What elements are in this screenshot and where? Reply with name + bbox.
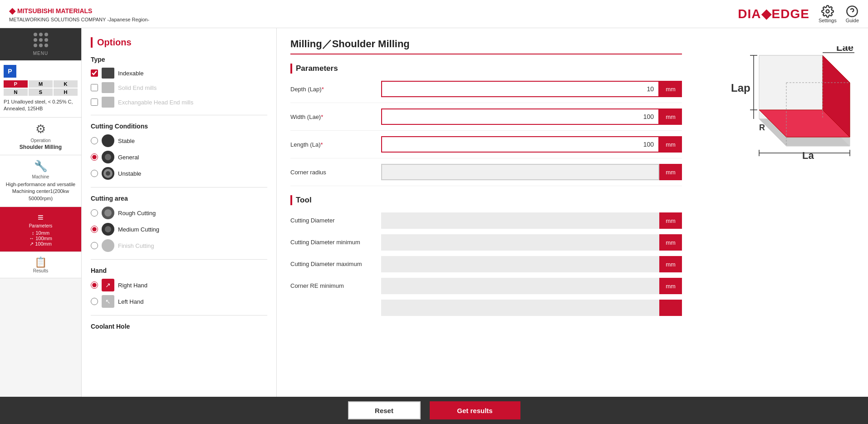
cutting-diameter-max-row: Cutting Diameter maximum mm [290,256,682,272]
finish-cutting-option[interactable]: Finish Cutting [91,239,267,252]
dot [39,38,43,42]
indexable-option[interactable]: Indexable [91,68,267,79]
edge-text: EDGE [772,7,809,21]
cutting-diameter-min-label: Cutting Diameter minimum [290,239,381,247]
main-content: Milling／Shoulder Milling Parameters Dept… [277,28,696,397]
right-hand-icon: ↗ [102,279,114,291]
cutting-diameter-input-group: mm [381,212,682,229]
rough-cutting-radio[interactable] [91,209,98,217]
dot [44,33,48,36]
operation-label: Operation [31,138,51,143]
parameters-header: Parameters [290,64,682,74]
cutting-diameter-unit: mm [659,212,682,229]
sidebar-item-results[interactable]: 📋 Results [0,252,81,278]
settings-button[interactable]: Settings [819,5,837,23]
diagram-area: Lae Lap La R [696,28,868,397]
exchangeable-head-option[interactable]: Exchangable Head End mills [91,97,267,108]
indexable-checkbox[interactable] [91,69,98,77]
extra-unit [659,300,682,316]
section-bar [290,64,292,74]
length-input-group: mm [381,136,682,153]
stable-label: Stable [118,138,135,144]
sidebar-item-machine[interactable]: 🔧 Machine High-performance and versatile… [0,155,81,207]
material-name: P1 Unalloyed steel, < 0.25% C, Annealed,… [4,99,78,113]
cutting-diameter-max-input[interactable] [381,256,659,272]
operation-icon: ⚙ [35,122,46,136]
footer: Reset Get results [0,397,868,424]
corner-radius-label: Corner radius [290,169,381,176]
stable-radio[interactable] [91,137,98,144]
mitsubishi-diamond: ◆ [9,6,15,16]
header-subtitle: METALWORKING SOLUTIONS COMPANY -Japanese… [9,17,149,22]
depth-required: * [322,86,324,93]
length-input[interactable] [381,136,659,153]
solid-end-mills-checkbox[interactable] [91,84,98,91]
width-row: Width (Lae)* mm [290,108,682,131]
options-panel: ‹ Options Type Indexable Solid End mills… [82,28,277,397]
general-radio[interactable] [91,153,98,161]
tool-section-bar [290,195,292,205]
exchangeable-head-icon [102,97,114,108]
parameters-section-title: Parameters [296,64,338,73]
divider-4 [91,315,267,316]
rough-cutting-option[interactable]: Rough Cutting [91,207,267,219]
header-left: ◆ MITSUBISHI MATERIALS METALWORKING SOLU… [9,6,149,22]
material-cell-s: S [29,89,53,96]
medium-cutting-radio[interactable] [91,226,98,233]
stable-option[interactable]: Stable [91,134,267,147]
right-hand-option[interactable]: ↗ Right Hand [91,279,267,291]
cutting-diameter-min-input[interactable] [381,234,659,251]
svg-text:Lae: Lae [836,46,853,53]
medium-cutting-label: Medium Cutting [118,226,159,233]
material-grid: P M K N S H [4,80,78,96]
mitsubishi-text: MITSUBISHI MATERIALS [17,7,92,15]
left-hand-radio[interactable] [91,298,98,305]
header-right: DIA◆EDGE Settings Guide [738,5,859,23]
reset-button[interactable]: Reset [348,401,421,419]
right-hand-radio[interactable] [91,281,98,289]
cutting-diameter-min-input-group: mm [381,234,682,251]
indexable-label: Indexable [118,70,143,77]
svg-marker-5 [759,55,823,119]
cutting-diameter-min-unit: mm [659,234,682,251]
corner-re-min-unit: mm [659,278,682,294]
mitsubishi-logo: ◆ MITSUBISHI MATERIALS [9,6,92,16]
operation-content: ⚙ Operation Shoulder Milling [4,122,78,150]
solid-end-mills-label: Solid End mills [118,84,157,91]
brand-block: ◆ MITSUBISHI MATERIALS [9,6,149,16]
dot [44,44,48,47]
guide-button[interactable]: Guide [846,5,859,23]
sidebar-item-parameters[interactable]: ≡ Parameters ↕ 10mm ↔ 100mm ↗ 100mm [0,207,81,252]
length-unit: mm [659,136,682,153]
cutting-diameter-input[interactable] [381,212,659,229]
divider-2 [91,187,267,187]
corner-re-min-input[interactable] [381,278,659,294]
unstable-radio[interactable] [91,170,98,177]
width-label: Width (Lae)* [290,113,381,120]
operation-name: Shoulder Milling [20,144,62,150]
dot [34,44,37,47]
sidebar-item-operation[interactable]: ⚙ Operation Shoulder Milling [0,118,81,155]
depth-input[interactable] [381,81,659,97]
extra-input[interactable] [381,300,659,316]
finish-cutting-radio[interactable] [91,242,98,249]
left-hand-option[interactable]: ↖ Left Hand [91,295,267,308]
exchangeable-head-checkbox[interactable] [91,99,98,106]
right-hand-label: Right Hand [118,282,147,289]
width-required: * [321,113,323,120]
medium-cutting-option[interactable]: Medium Cutting [91,223,267,236]
corner-radius-input[interactable] [381,164,659,180]
width-input[interactable] [381,108,659,125]
sidebar-item-material[interactable]: P P M K N S H P1 Unalloyed steel, < 0.25… [0,60,81,118]
left-hand-icon: ↖ [102,295,114,308]
depth-unit: mm [659,81,682,97]
general-option[interactable]: General [91,151,267,163]
expand-button[interactable]: ‹ [276,33,277,49]
material-cell-k: K [54,80,78,88]
unstable-label: Unstable [118,170,141,177]
svg-text:Lap: Lap [731,82,750,94]
solid-end-mills-option[interactable]: Solid End mills [91,82,267,93]
length-label: Length (La)* [290,141,381,148]
unstable-option[interactable]: Unstable [91,167,267,180]
get-results-button[interactable]: Get results [430,401,520,419]
